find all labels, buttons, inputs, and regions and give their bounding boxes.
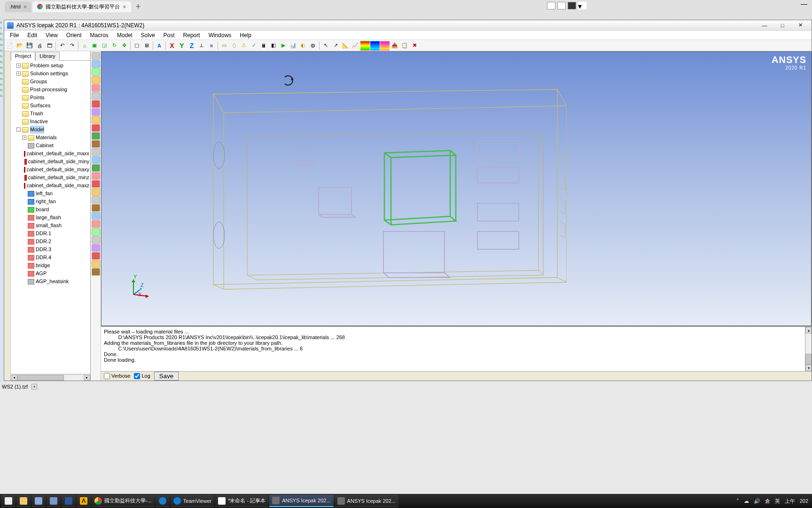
taskbar-teamviewer[interactable]: TeamViewer [171,495,214,507]
vtool-misc2-icon[interactable] [92,244,100,252]
taskbar-edge[interactable] [156,495,170,507]
tree-item-small-flash[interactable]: small_flash [11,222,90,230]
tray-chevron-up-icon[interactable]: ˄ [736,498,739,504]
tree-item-ddr-3[interactable]: DDR.3 [11,246,90,254]
cylinder-icon[interactable]: ⬯ [229,41,239,50]
expand-icon[interactable]: + [22,135,26,140]
save-icon[interactable]: 💾 [25,41,34,50]
redo-icon[interactable]: ↷ [67,41,77,50]
view-icon[interactable] [547,2,555,9]
tree-item-solution-settings[interactable]: +Solution settings [11,70,90,78]
console-save-button[interactable]: Save [154,372,179,381]
taskbar-ansys-wb[interactable]: Λ [77,495,91,507]
select-icon[interactable]: ↖ [321,41,330,50]
print-icon[interactable]: 🖨 [35,41,44,50]
title-bar[interactable]: ANSYS Icepak 2020 R1 : 4A816051WS1-2(NEW… [4,20,812,31]
taskbar-notepad[interactable]: *未命名 - 記事本 [215,495,268,507]
scroll-track[interactable] [17,375,84,381]
globe-icon[interactable]: ◍ [308,41,318,50]
menu-edit[interactable]: Edit [23,32,41,39]
vtool-heatsink-icon[interactable] [92,76,100,84]
browser-tab-0[interactable]: .html × [5,1,31,12]
vtool-heatpipe-icon[interactable] [92,180,100,188]
vtool-tec-icon[interactable] [92,204,100,212]
vtool-blower-icon[interactable] [92,164,100,172]
maximize-button[interactable]: □ [774,21,791,30]
tree-item-ddr-4[interactable]: DDR.4 [11,254,90,262]
tray-network-icon[interactable]: ☁ [744,498,749,504]
text-icon[interactable]: A [155,41,164,50]
close-button[interactable]: ✕ [792,21,809,30]
vtool-misc1-icon[interactable] [92,236,100,244]
tree-item-inactive[interactable]: Inactive [11,118,90,126]
tray-ime1[interactable]: 倉 [765,498,770,505]
tray-time[interactable]: 上午 [785,498,795,505]
open-icon[interactable]: 📂 [15,41,24,50]
chevron-down-icon[interactable]: ▾ [578,2,586,9]
vtool-misc3-icon[interactable] [92,252,100,260]
check-icon[interactable]: ✓ [249,41,258,50]
menu-orient[interactable]: Orient [62,32,86,39]
scroll-left-icon[interactable]: ◂ [11,375,17,381]
expand-icon[interactable]: + [16,71,21,76]
vtool-plate-icon[interactable] [92,124,100,132]
undo-icon[interactable]: ↶ [57,41,67,50]
taskbar-icepak2[interactable]: ANSYS Icepak 202... [335,495,398,507]
new-tab-button[interactable]: + [132,2,145,12]
minimize-button[interactable]: — [756,21,773,30]
close-icon[interactable]: × [123,3,126,10]
pick-icon[interactable]: ↗ [331,41,340,50]
copy-window-icon[interactable]: 🗔 [45,41,54,50]
vtool-source-icon[interactable] [92,108,100,116]
tree-item-board[interactable]: board [11,206,90,214]
scroll-thumb[interactable] [805,354,812,365]
tree-item-surfaces[interactable]: Surfaces [11,102,90,110]
vtool-wall-icon[interactable] [92,140,100,148]
contour-icon[interactable] [360,41,370,50]
tree-item-trash[interactable]: Trash [11,110,90,118]
taskbar-icepak1[interactable]: ANSYS Icepak 202... [269,495,333,507]
console-scrollbar[interactable]: ▴ ▾ [805,327,812,371]
menu-solve[interactable]: Solve [137,32,159,39]
vector-icon[interactable] [370,41,380,50]
tree-item-large-flash[interactable]: large_flash [11,214,90,222]
menu-windows[interactable]: Windows [205,32,235,39]
tab-library[interactable]: Library [35,52,60,61]
vtool-cabinet-icon[interactable] [92,52,100,60]
tree-item-points[interactable]: Points [11,94,90,102]
zoom-icon[interactable]: ◲ [100,41,109,50]
clipboard-icon[interactable]: 📋 [400,41,409,50]
axis-y-button[interactable]: Y [177,41,187,50]
console-output[interactable]: Please wait – loading material files ...… [101,327,805,371]
tree-item-model[interactable]: -Model [11,126,90,134]
tree-item-cabinet-default-side-maxx[interactable]: cabinet_default_side_maxx [11,150,90,158]
vtool-pcb-icon[interactable] [92,116,100,124]
taskbar-chrome[interactable]: 國立勤益科技大學-... [92,495,155,507]
single-view-icon[interactable]: ▢ [132,41,141,50]
vtool-misc4-icon[interactable] [92,260,100,268]
tree-item-ddr-1[interactable]: DDR.1 [11,230,90,238]
tree-item-agp-heatsink[interactable]: AGP_heatsink [11,278,90,286]
plot-icon[interactable]: ◐ [298,41,308,50]
taskbar-word[interactable] [62,495,76,507]
axis-tool-icon[interactable]: ⊥ [197,41,206,50]
tree-item-cabinet-default-side-minz[interactable]: cabinet_default_side_minz [11,174,90,182]
export-icon[interactable]: 📤 [390,41,399,50]
delete-icon[interactable]: ✖ [410,41,419,50]
vtool-opening-icon[interactable] [92,92,100,100]
taskbar-explorer[interactable] [16,495,31,507]
tree-horizontal-scrollbar[interactable]: ◂ ▸ [11,374,90,381]
gear-icon[interactable]: ◧ [269,41,278,50]
scroll-right-icon[interactable]: ▸ [84,375,90,381]
menu-file[interactable]: File [6,32,23,39]
warning-icon[interactable]: ⚠ [239,41,249,50]
tree-item-cabinet-default-side-maxz[interactable]: cabinet_default_side_maxz [11,182,90,190]
box-icon[interactable]: ▭ [219,41,229,50]
axis-x-button[interactable]: X [167,41,177,50]
tree-item-materials[interactable]: +Materials [11,134,90,142]
rotate-icon[interactable]: ↻ [109,41,119,50]
close-icon[interactable]: × [23,3,27,10]
taskbar-app2[interactable] [47,495,61,507]
chart-icon[interactable]: 📈 [351,41,360,50]
tree-item-groups[interactable]: Groups [11,78,90,86]
